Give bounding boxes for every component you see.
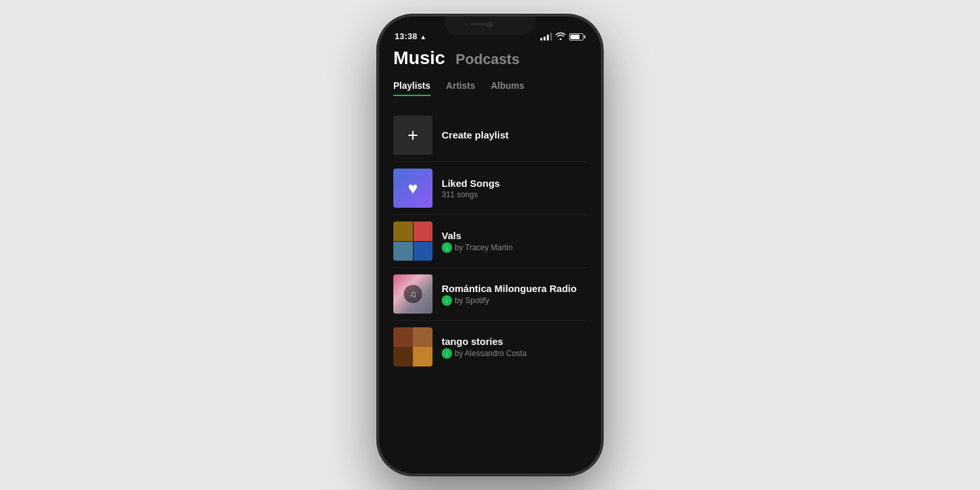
downloaded-icon: ↓ [442,348,452,359]
playlist-name: Vals [442,230,587,241]
screen: 13:38 ▲ [379,16,601,474]
tango-mosaic-cell [393,327,413,347]
artists-tab[interactable]: Artists [446,80,475,96]
romantica-thumb: ♫ [393,274,433,314]
playlist-meta: 311 songs [442,190,587,199]
playlist-meta: ↓ by Alessandro Costa [442,348,587,359]
mosaic-cell [393,242,413,261]
playlist-info: Romántica Milonguera Radio ↓ by Spotify [442,283,587,306]
list-item[interactable]: ♥ Liked Songs 311 songs [393,162,587,214]
playlist-info: Vals ↓ by Tracey Martin [442,230,587,253]
tango-mosaic-cell [393,347,413,367]
status-icons [540,32,585,41]
notch [444,16,536,35]
signal-icon [540,33,552,41]
plus-icon: + [408,126,418,144]
app-content: Music Podcasts Playlists Artists Albums [379,45,601,373]
battery-icon [569,33,585,41]
playlist-meta: ↓ by Tracey Martin [442,242,587,253]
tango-thumb [393,327,433,367]
wifi-icon [555,32,566,41]
status-time: 13:38 ▲ [395,31,427,41]
playlist-info: Liked Songs 311 songs [442,178,587,199]
power-button [601,126,604,178]
list-item[interactable]: tango stories ↓ by Alessandro Costa [393,321,587,373]
playlist-name: tango stories [442,336,587,347]
list-item[interactable]: Vals ↓ by Tracey Martin [393,215,587,267]
sub-tabs: Playlists Artists Albums [393,80,587,96]
playlist-name: Create playlist [442,129,587,140]
tango-mosaic-cell [413,327,433,347]
tango-mosaic-cell [413,347,433,367]
earpiece-speaker [470,23,490,25]
downloaded-icon: ↓ [442,242,452,253]
downloaded-icon: ↓ [442,295,452,306]
phone-wrapper: 13:38 ▲ [379,16,601,474]
playlist-list: + Create playlist ♥ Liked Songs [393,109,587,373]
playlist-info: Create playlist [442,129,587,142]
playlist-meta: ↓ by Spotify [442,295,587,306]
podcasts-tab[interactable]: Podcasts [455,51,519,68]
albums-tab[interactable]: Albums [491,80,524,96]
music-tab[interactable]: Music [393,48,445,69]
mosaic-cell [414,242,433,261]
playlist-info: tango stories ↓ by Alessandro Costa [442,336,587,359]
playlist-name: Liked Songs [442,178,587,189]
mosaic-cell [393,221,413,241]
list-item[interactable]: + Create playlist [393,109,587,161]
list-item[interactable]: ♫ Romántica Milonguera Radio ↓ by Spotif… [393,268,587,320]
header-tabs: Music Podcasts [393,48,587,69]
liked-songs-thumb: ♥ [393,169,433,208]
create-playlist-thumb: + [393,116,433,155]
heart-icon: ♥ [408,178,417,199]
location-arrow-icon: ▲ [420,33,427,41]
vals-thumb [393,221,433,261]
playlists-tab[interactable]: Playlists [393,80,431,96]
phone-frame: 13:38 ▲ [379,16,601,474]
mosaic-cell [414,221,433,241]
playlist-name: Romántica Milonguera Radio [442,283,587,294]
